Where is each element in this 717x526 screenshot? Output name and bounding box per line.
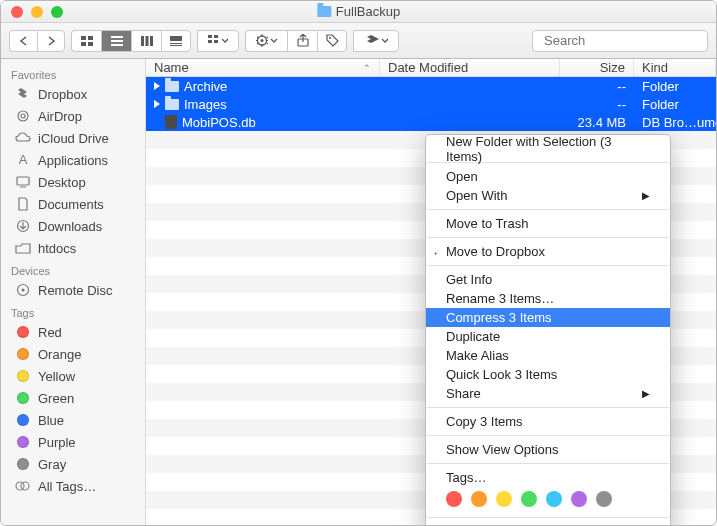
sidebar: Favorites DropboxAirDropiCloud DriveAApp… [1, 59, 146, 525]
menu-move-trash[interactable]: Move to Trash [426, 214, 670, 233]
sidebar-item-applications[interactable]: AApplications [1, 149, 145, 171]
forward-button[interactable] [37, 30, 65, 52]
tags-button[interactable] [317, 30, 347, 52]
sidebar-item-label: Desktop [38, 175, 86, 190]
col-size[interactable]: Size [560, 59, 634, 76]
menu-share[interactable]: Share▶ [426, 384, 670, 403]
disclosure-icon[interactable] [154, 100, 160, 108]
sidebar-item-all-tags[interactable]: All Tags… [1, 475, 145, 497]
sidebar-icon: A [15, 153, 31, 167]
share-button[interactable] [287, 30, 317, 52]
sidebar-item-label: iCloud Drive [38, 131, 109, 146]
view-column-button[interactable] [131, 30, 161, 52]
table-row[interactable]: MobiPOS.db23.4 MBDB Bro…ument [146, 113, 716, 131]
menu-rename[interactable]: Rename 3 Items… [426, 289, 670, 308]
menu-open[interactable]: Open [426, 167, 670, 186]
svg-point-24 [21, 114, 25, 118]
sidebar-tag-purple[interactable]: Purple [1, 431, 145, 453]
sidebar-item-label: Remote Disc [38, 283, 112, 298]
sidebar-tag-orange[interactable]: Orange [1, 343, 145, 365]
menu-open-with[interactable]: Open With▶ [426, 186, 670, 205]
svg-point-30 [22, 289, 25, 292]
tag-color-dot[interactable] [596, 491, 612, 507]
menu-teamviewer[interactable]: Send files with TeamViewer [426, 522, 670, 525]
sidebar-item-downloads[interactable]: Downloads [1, 215, 145, 237]
titlebar[interactable]: FullBackup [1, 1, 716, 23]
file-size: -- [560, 77, 634, 95]
sidebar-item-remote-disc[interactable]: Remote Disc [1, 279, 145, 301]
svg-point-32 [21, 482, 29, 490]
sidebar-item-label: Documents [38, 197, 104, 212]
arrange-button[interactable] [197, 30, 239, 52]
tag-color-dot[interactable] [471, 491, 487, 507]
sidebar-icon [15, 241, 31, 255]
col-date[interactable]: Date Modified [380, 59, 560, 76]
sidebar-tag-green[interactable]: Green [1, 387, 145, 409]
dropbox-button[interactable] [353, 30, 399, 52]
view-coverflow-button[interactable] [161, 30, 191, 52]
sidebar-tag-gray[interactable]: Gray [1, 453, 145, 475]
minimize-button[interactable] [31, 6, 43, 18]
view-list-button[interactable] [101, 30, 131, 52]
file-name: MobiPOS.db [182, 115, 256, 130]
menu-show-view-options[interactable]: Show View Options [426, 440, 670, 459]
svg-rect-16 [214, 40, 218, 43]
toolbar [1, 23, 716, 59]
zoom-button[interactable] [51, 6, 63, 18]
action-button[interactable] [245, 30, 287, 52]
folder-icon [165, 81, 179, 92]
sidebar-item-airdrop[interactable]: AirDrop [1, 105, 145, 127]
folder-icon [317, 6, 331, 17]
search-input[interactable] [544, 33, 712, 48]
close-button[interactable] [11, 6, 23, 18]
sidebar-item-icloud-drive[interactable]: iCloud Drive [1, 127, 145, 149]
tag-color-dot[interactable] [446, 491, 462, 507]
sidebar-item-label: Yellow [38, 369, 75, 384]
sidebar-item-label: Red [38, 325, 62, 340]
tag-color-dot[interactable] [521, 491, 537, 507]
menu-tags[interactable]: Tags… [426, 468, 670, 487]
sidebar-heading-devices: Devices [1, 259, 145, 279]
menu-duplicate[interactable]: Duplicate [426, 327, 670, 346]
context-menu: New Folder with Selection (3 Items) Open… [425, 134, 671, 525]
sidebar-item-label: Blue [38, 413, 64, 428]
disclosure-icon[interactable] [154, 82, 160, 90]
svg-rect-3 [88, 42, 93, 46]
tag-color-dot[interactable] [496, 491, 512, 507]
col-kind[interactable]: Kind [634, 59, 716, 76]
sidebar-tag-yellow[interactable]: Yellow [1, 365, 145, 387]
tag-color-dot[interactable] [571, 491, 587, 507]
tag-color-dot[interactable] [546, 491, 562, 507]
svg-point-20 [329, 37, 331, 39]
view-icon-button[interactable] [71, 30, 101, 52]
menu-copy[interactable]: Copy 3 Items [426, 412, 670, 431]
col-name[interactable]: Name⌃ [146, 59, 380, 76]
sidebar-tag-red[interactable]: Red [1, 321, 145, 343]
svg-point-23 [18, 111, 28, 121]
tag-dot-icon [15, 435, 31, 449]
svg-rect-12 [170, 45, 182, 46]
sidebar-tag-blue[interactable]: Blue [1, 409, 145, 431]
sidebar-item-dropbox[interactable]: Dropbox [1, 83, 145, 105]
back-button[interactable] [9, 30, 37, 52]
sidebar-item-htdocs[interactable]: htdocs [1, 237, 145, 259]
sidebar-item-desktop[interactable]: Desktop [1, 171, 145, 193]
menu-move-dropbox[interactable]: ⬪Move to Dropbox [426, 242, 670, 261]
sort-asc-icon: ⌃ [363, 63, 371, 73]
menu-get-info[interactable]: Get Info [426, 270, 670, 289]
menu-new-folder[interactable]: New Folder with Selection (3 Items) [426, 139, 670, 158]
svg-rect-5 [111, 40, 123, 42]
menu-quick-look[interactable]: Quick Look 3 Items [426, 365, 670, 384]
menu-make-alias[interactable]: Make Alias [426, 346, 670, 365]
menu-compress[interactable]: Compress 3 Items [426, 308, 670, 327]
sidebar-item-documents[interactable]: Documents [1, 193, 145, 215]
table-row[interactable]: Images--Folder [146, 95, 716, 113]
dropbox-icon: ⬪ [432, 245, 439, 259]
file-kind: DB Bro…ument [634, 113, 716, 131]
table-row[interactable]: Archive--Folder [146, 77, 716, 95]
svg-rect-9 [150, 36, 153, 46]
svg-rect-2 [81, 42, 86, 46]
dropbox-seg [353, 30, 399, 52]
sidebar-heading-tags: Tags [1, 301, 145, 321]
search-field[interactable] [532, 30, 708, 52]
